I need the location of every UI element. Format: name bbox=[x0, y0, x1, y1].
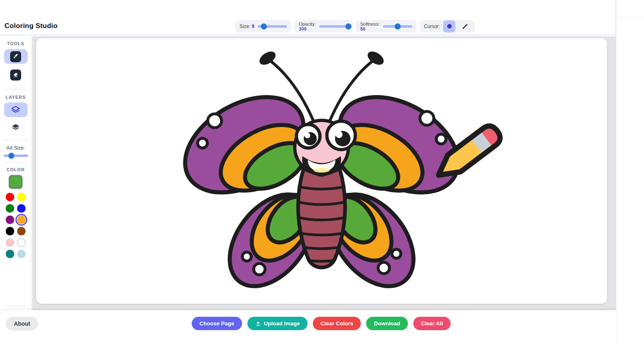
header-bar: Coloring Studio Size: 9 Opacity: 100 bbox=[0, 18, 616, 35]
softness-value: 50 bbox=[360, 26, 380, 31]
upload-image-button[interactable]: Upload Image bbox=[247, 317, 308, 330]
art-size-label: Art Size: bbox=[7, 145, 25, 151]
cursor-label: Cursor: bbox=[424, 24, 440, 29]
canvas-area bbox=[32, 36, 616, 344]
layers-stack-button[interactable] bbox=[4, 102, 28, 117]
size-label: Size: 9 bbox=[239, 24, 255, 29]
size-slider[interactable] bbox=[258, 25, 287, 28]
cursor-control: Cursor: bbox=[420, 20, 475, 33]
dot-icon bbox=[447, 24, 452, 28]
color-swatch-blue[interactable] bbox=[17, 204, 26, 213]
color-swatch-orange[interactable] bbox=[17, 216, 26, 224]
softness-control: Softness: 50 bbox=[356, 20, 417, 33]
layers-flat-icon bbox=[11, 122, 21, 132]
footer-bar: About Choose Page Upload Image Clear Col… bbox=[0, 310, 616, 344]
eraser-tool-button[interactable] bbox=[4, 67, 28, 82]
app-shell: Coloring Studio Size: 9 Opacity: 100 bbox=[0, 0, 616, 344]
divider bbox=[5, 89, 27, 89]
layers-flat-button[interactable] bbox=[4, 120, 28, 134]
brush-tool-button[interactable] bbox=[4, 49, 28, 64]
header-controls: Size: 9 Opacity: 100 Softness: 50 bbox=[235, 20, 475, 33]
size-value: 9 bbox=[252, 24, 255, 29]
cursor-dot-button[interactable] bbox=[443, 20, 455, 33]
softness-slider-thumb[interactable] bbox=[394, 23, 400, 29]
color-heading: COLOR bbox=[7, 167, 25, 172]
page-title: Coloring Studio bbox=[4, 22, 57, 30]
color-swatch-black[interactable] bbox=[6, 227, 14, 235]
color-swatch-red[interactable] bbox=[6, 193, 14, 201]
opacity-slider[interactable] bbox=[319, 25, 348, 28]
clear-all-button[interactable]: Clear All bbox=[413, 317, 450, 330]
butterfly-artwork[interactable] bbox=[36, 38, 607, 304]
art-size-slider-thumb[interactable] bbox=[9, 153, 15, 159]
size-slider-thumb[interactable] bbox=[261, 23, 267, 29]
divider bbox=[5, 140, 27, 140]
layers-heading: LAYERS bbox=[6, 95, 26, 100]
drawing-canvas[interactable] bbox=[36, 38, 607, 304]
opacity-label: Opacity: bbox=[299, 22, 316, 26]
size-control: Size: 9 bbox=[235, 20, 292, 33]
color-swatch-brown[interactable] bbox=[17, 227, 26, 235]
softness-slider[interactable] bbox=[383, 25, 412, 28]
upload-icon bbox=[255, 320, 261, 327]
tools-heading: TOOLS bbox=[7, 41, 24, 46]
layers-stack-icon bbox=[11, 105, 21, 115]
choose-page-button[interactable]: Choose Page bbox=[191, 317, 242, 330]
color-swatch-purple[interactable] bbox=[6, 216, 14, 224]
art-size-slider[interactable] bbox=[4, 155, 28, 157]
color-swatch-white[interactable] bbox=[17, 238, 26, 247]
color-palette bbox=[6, 193, 26, 258]
softness-label: Softness: bbox=[360, 22, 380, 26]
color-swatch-teal[interactable] bbox=[6, 250, 14, 258]
current-color-swatch[interactable] bbox=[9, 175, 22, 189]
color-swatch-pink[interactable] bbox=[6, 238, 14, 247]
opacity-value: 100 bbox=[299, 26, 316, 31]
divider bbox=[5, 162, 27, 163]
opacity-slider-thumb[interactable] bbox=[345, 23, 351, 29]
footer-actions: Choose Page Upload Image Clear Colors Do… bbox=[191, 317, 450, 330]
download-button[interactable]: Download bbox=[366, 317, 408, 330]
about-button[interactable]: About bbox=[6, 317, 38, 331]
cursor-pencil-button[interactable] bbox=[459, 20, 471, 33]
opacity-control: Opacity: 100 bbox=[294, 20, 353, 33]
color-swatch-lightblue[interactable] bbox=[17, 250, 26, 258]
sidebar: TOOLS LAYERS bbox=[0, 36, 32, 344]
color-swatch-green[interactable] bbox=[6, 204, 14, 213]
clear-colors-button[interactable]: Clear Colors bbox=[313, 317, 361, 330]
divider bbox=[5, 306, 27, 306]
brush-icon bbox=[12, 53, 19, 60]
eraser-icon bbox=[12, 72, 19, 78]
color-swatch-yellow[interactable] bbox=[17, 193, 26, 201]
pencil-icon bbox=[461, 23, 468, 30]
